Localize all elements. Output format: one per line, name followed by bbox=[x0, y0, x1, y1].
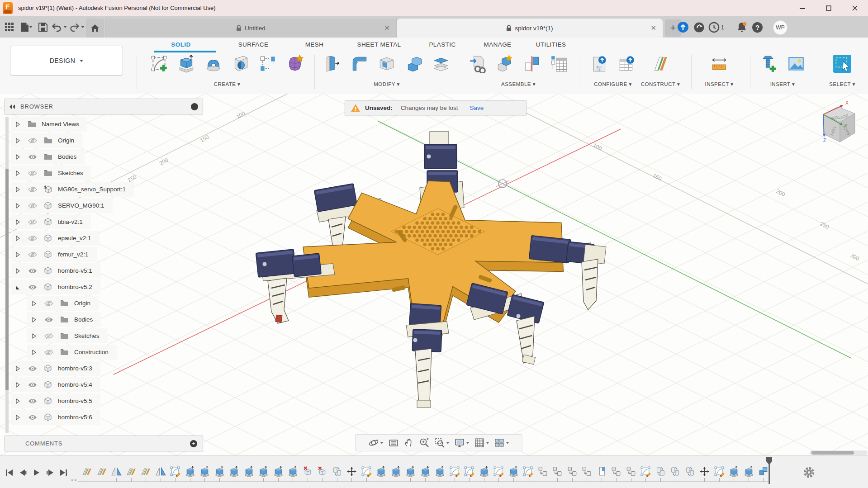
combine-icon[interactable] bbox=[402, 52, 426, 76]
tree-item-hombro-v5-1[interactable]: hombro-v5:1 bbox=[11, 263, 100, 278]
fillet-icon[interactable] bbox=[348, 52, 371, 76]
workspace-switcher[interactable]: DESIGN bbox=[10, 46, 123, 76]
caret-collapsed-icon[interactable] bbox=[11, 382, 24, 388]
timeline-feature-joint-icon[interactable] bbox=[684, 466, 696, 478]
caret-collapsed-icon[interactable] bbox=[11, 236, 24, 241]
orbit-icon[interactable] bbox=[367, 437, 385, 448]
timeline-settings-gear-icon[interactable] bbox=[803, 466, 815, 479]
tree-item-named-views[interactable]: Named Views bbox=[11, 117, 87, 132]
ribbon-tab-utilities[interactable]: UTILITIES bbox=[536, 41, 566, 48]
timeline-feature-extrude-icon[interactable] bbox=[390, 466, 402, 478]
save-icon[interactable] bbox=[37, 21, 49, 33]
visibility-eye-icon[interactable] bbox=[24, 284, 41, 290]
timeline-feature-move-icon[interactable] bbox=[346, 466, 358, 478]
caret-collapsed-icon[interactable] bbox=[27, 350, 41, 355]
ribbon-tab-mesh[interactable]: MESH bbox=[305, 41, 324, 48]
timeline-feature-copy-icon[interactable] bbox=[567, 466, 579, 478]
ribbon-tab-plastic[interactable]: PLASTIC bbox=[429, 41, 455, 48]
caret-collapsed-icon[interactable] bbox=[11, 398, 24, 404]
timeline-feature-extrude-icon[interactable] bbox=[743, 466, 755, 478]
close-tab-icon[interactable]: ✕ bbox=[650, 24, 656, 32]
visibility-eye-icon[interactable] bbox=[24, 382, 41, 388]
timeline-feature-sketch-icon[interactable] bbox=[464, 466, 475, 478]
caret-collapsed-icon[interactable] bbox=[11, 268, 24, 274]
caret-collapsed-icon[interactable] bbox=[27, 317, 41, 322]
timeline-feature-sketch-icon[interactable] bbox=[449, 466, 461, 478]
extensions-icon[interactable] bbox=[677, 21, 689, 33]
home-button[interactable] bbox=[86, 19, 104, 38]
timeline-feature-sketch-icon[interactable] bbox=[170, 466, 181, 478]
app-grid-icon[interactable] bbox=[4, 21, 15, 33]
caret-collapsed-icon[interactable] bbox=[11, 366, 24, 371]
tree-item-sketches[interactable]: Sketches bbox=[11, 166, 91, 180]
timeline-feature-joint-icon[interactable] bbox=[655, 466, 667, 478]
display-settings-icon[interactable] bbox=[453, 437, 471, 448]
hole-icon[interactable] bbox=[229, 52, 252, 76]
collapse-browser-icon[interactable] bbox=[9, 104, 16, 109]
timeline-feature-copy-icon[interactable] bbox=[552, 466, 564, 478]
redo-caret-icon[interactable] bbox=[81, 26, 85, 28]
tree-item-hombro-v5-6[interactable]: hombro-v5:6 bbox=[11, 410, 100, 425]
timeline-feature-flag-icon[interactable] bbox=[596, 466, 608, 478]
visibility-eye-off-icon[interactable] bbox=[24, 219, 41, 225]
offset-face-icon[interactable] bbox=[429, 52, 453, 76]
pan-icon[interactable] bbox=[402, 437, 416, 448]
timeline-feature-sketch-icon[interactable] bbox=[522, 466, 534, 478]
group-label-configure[interactable]: CONFIGURE ▾ bbox=[583, 81, 642, 87]
tree-item-origin[interactable]: Origin bbox=[27, 296, 99, 311]
caret-collapsed-icon[interactable] bbox=[11, 203, 24, 208]
timeline-feature-extrude-icon[interactable] bbox=[508, 466, 520, 478]
visibility-eye-off-icon[interactable] bbox=[24, 203, 41, 209]
job-status-icon[interactable] bbox=[693, 21, 705, 33]
timeline-feature-extrude-icon[interactable] bbox=[228, 466, 240, 478]
timeline-feature-extrude-icon[interactable] bbox=[405, 466, 417, 478]
tree-item-bodies[interactable]: Bodies bbox=[27, 312, 101, 327]
visibility-eye-icon[interactable] bbox=[24, 398, 41, 404]
tree-item-construction[interactable]: Construction bbox=[27, 345, 117, 360]
notifications-bell-icon[interactable] bbox=[736, 21, 748, 33]
timeline-feature-extrude-icon[interactable] bbox=[199, 466, 211, 478]
tree-item-tibia-v2-1[interactable]: tibia-v2:1 bbox=[11, 214, 91, 229]
help-icon[interactable]: ? bbox=[751, 21, 763, 33]
timeline-feature-delete-icon[interactable] bbox=[317, 466, 328, 478]
revolve-icon[interactable] bbox=[202, 52, 225, 76]
timeline-feature-plane-icon[interactable] bbox=[126, 466, 138, 478]
group-label-construct[interactable]: CONSTRUCT ▾ bbox=[640, 81, 681, 87]
group-label-create[interactable]: CREATE ▾ bbox=[144, 81, 310, 87]
create-sketch-icon[interactable] bbox=[147, 52, 171, 76]
viewport-3d-canvas[interactable]: 100150200250400100150200250300 Unsaved: … bbox=[0, 94, 868, 455]
timeline-feature-plane-icon[interactable] bbox=[96, 466, 108, 478]
visibility-eye-off-icon[interactable] bbox=[24, 137, 41, 144]
timeline-position-marker[interactable] bbox=[766, 457, 773, 485]
timeline-feature-mirror-icon[interactable] bbox=[111, 466, 123, 478]
tree-item-epaule-v2-1[interactable]: epaule_v2:1 bbox=[11, 231, 100, 246]
caret-collapsed-icon[interactable] bbox=[11, 138, 24, 143]
visibility-eye-icon[interactable] bbox=[41, 317, 57, 323]
tree-item-hombro-v5-3[interactable]: hombro-v5:3 bbox=[11, 361, 100, 376]
comments-panel[interactable]: COMMENTS + bbox=[5, 436, 203, 451]
timeline-feature-extrude-icon[interactable] bbox=[214, 466, 226, 478]
ribbon-tab-manage[interactable]: MANAGE bbox=[484, 41, 512, 48]
visibility-eye-icon[interactable] bbox=[24, 365, 41, 372]
timeline-feature-extrude-icon[interactable] bbox=[185, 466, 196, 478]
look-at-icon[interactable] bbox=[387, 437, 400, 448]
tree-item-hombro-v5-5[interactable]: hombro-v5:5 bbox=[11, 393, 100, 408]
select-tool-icon[interactable] bbox=[830, 52, 854, 76]
timeline-feature-extrude-icon[interactable] bbox=[243, 466, 255, 478]
document-tab-spidor[interactable]: spidor v19*(1) ✕ bbox=[397, 19, 663, 38]
caret-collapsed-icon[interactable] bbox=[11, 415, 24, 420]
construction-plane-icon[interactable] bbox=[649, 52, 672, 76]
group-label-select[interactable]: SELECT ▾ bbox=[820, 81, 865, 87]
visibility-eye-off-icon[interactable] bbox=[24, 251, 41, 258]
timeline-feature-copy-icon[interactable] bbox=[537, 466, 549, 478]
timeline-feature-copy-icon[interactable] bbox=[626, 466, 637, 478]
bom-table-icon[interactable] bbox=[547, 52, 571, 76]
press-pull-icon[interactable] bbox=[321, 52, 344, 76]
new-component-icon[interactable] bbox=[493, 52, 517, 76]
timeline-horizontal-scrollbar[interactable] bbox=[810, 450, 868, 455]
timeline-feature-plane-icon[interactable] bbox=[140, 466, 152, 478]
undo-icon[interactable] bbox=[51, 21, 62, 33]
tree-item-femur-v2-1[interactable]: femur_v2:1 bbox=[11, 247, 97, 262]
close-button[interactable] bbox=[842, 0, 868, 16]
timeline-feature-extrude-icon[interactable] bbox=[258, 466, 270, 478]
